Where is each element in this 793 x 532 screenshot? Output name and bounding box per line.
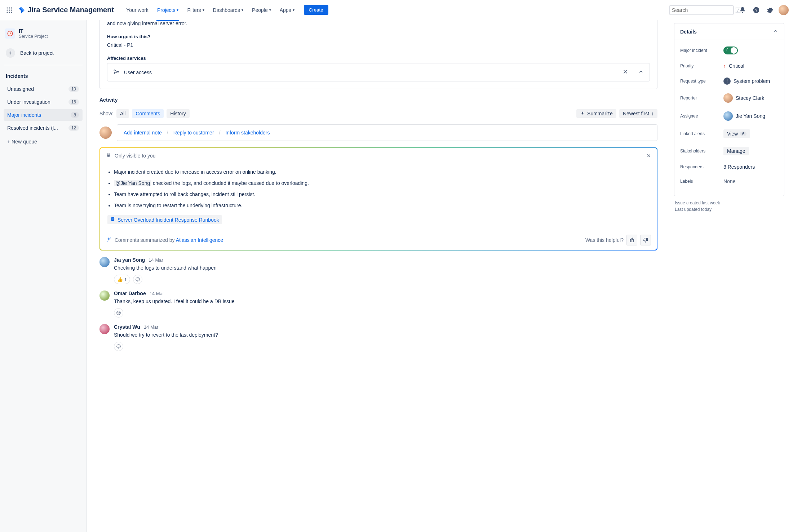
svg-point-32 xyxy=(119,346,119,346)
ai-visibility-label: Only visible to you xyxy=(115,153,156,159)
comment-item: Jia yan Song14 Mar Checking the logs to … xyxy=(99,257,657,284)
major-incident-toggle[interactable] xyxy=(723,46,738,54)
queue-unassigned[interactable]: Unassigned10 xyxy=(4,83,83,95)
reply-bar: Add internal note / Reply to customer / … xyxy=(99,124,657,141)
summarize-button[interactable]: Summarize xyxy=(576,109,616,118)
comment-author: Omar Darboe xyxy=(114,291,146,296)
svg-point-2 xyxy=(11,7,12,8)
settings-icon[interactable] xyxy=(765,5,775,15)
ai-attribution-link[interactable]: Atlassian Intelligence xyxy=(176,237,223,243)
count-badge: 16 xyxy=(68,99,79,105)
inform-stakeholders[interactable]: Inform stakeholders xyxy=(225,130,270,136)
divider xyxy=(4,65,83,65)
nav-filters[interactable]: Filters ▾ xyxy=(183,5,208,15)
add-reaction-button[interactable] xyxy=(133,275,142,284)
nav-dashboards[interactable]: Dashboards ▾ xyxy=(209,5,247,15)
activity-filter-row: Show: All Comments History Summarize New… xyxy=(99,109,657,118)
runbook-link[interactable]: Server Overload Incident Response Runboo… xyxy=(107,215,222,224)
search-input-wrapper[interactable]: / xyxy=(669,5,734,15)
field-reporter[interactable]: Reporter Stacey Clark xyxy=(680,89,778,107)
svg-rect-19 xyxy=(112,218,114,218)
add-internal-note[interactable]: Add internal note xyxy=(124,130,162,136)
help-icon[interactable]: ? xyxy=(751,5,761,15)
sort-newest-first[interactable]: Newest first ↓ xyxy=(619,109,657,118)
profile-avatar[interactable] xyxy=(779,5,789,15)
nav-your-work[interactable]: Your work xyxy=(123,5,152,15)
ai-summary-list: Major incident created due to increase i… xyxy=(110,168,650,209)
product-logo[interactable]: Jira Service Management xyxy=(17,6,114,14)
back-to-project[interactable]: Back to project xyxy=(4,45,83,61)
add-reaction-button[interactable] xyxy=(114,308,123,318)
count-badge: 8 xyxy=(71,112,79,118)
queue-under-investigation[interactable]: Under investigation16 xyxy=(4,96,83,108)
app-switcher-icon[interactable] xyxy=(4,5,14,15)
user-mention[interactable]: @Jie Yan Song xyxy=(114,180,151,186)
comment-avatar xyxy=(99,291,110,301)
field-assignee[interactable]: Assignee Jie Yan Song xyxy=(680,107,778,125)
tab-all[interactable]: All xyxy=(116,109,129,118)
details-header[interactable]: Details xyxy=(674,23,784,40)
urgency-question: How urgent is this? xyxy=(107,34,650,39)
comment-date: 14 Mar xyxy=(149,257,163,263)
linked-alerts-chip[interactable]: View6 xyxy=(723,129,750,138)
new-queue-button[interactable]: + New queue xyxy=(4,135,83,148)
comment-avatar xyxy=(99,324,110,334)
show-label: Show: xyxy=(99,111,114,116)
svg-point-29 xyxy=(119,312,119,312)
chevron-down-icon: ▾ xyxy=(293,8,294,12)
issue-meta: Issue created last week Last updated tod… xyxy=(674,200,784,213)
ai-bullet: Major incident created due to increase i… xyxy=(114,168,650,176)
stakeholders-chip[interactable]: Manage xyxy=(723,147,749,155)
service-graph-icon xyxy=(113,68,120,76)
details-column: Details Major incident Priority ↑Critica… xyxy=(670,20,793,532)
comment-avatar xyxy=(99,257,110,267)
create-button[interactable]: Create xyxy=(304,5,328,15)
chevron-down-icon: ▾ xyxy=(242,8,243,12)
tab-history[interactable]: History xyxy=(167,109,190,118)
field-labels[interactable]: Labels None xyxy=(680,174,778,189)
field-request-type[interactable]: Request type !System problem xyxy=(680,73,778,89)
service-name: User access xyxy=(124,70,618,75)
add-reaction-button[interactable] xyxy=(114,342,123,351)
svg-point-26 xyxy=(138,279,138,279)
ai-summary-panel: Only visible to you ✕ Major incident cre… xyxy=(99,147,657,251)
field-linked-alerts[interactable]: Linked alerts View6 xyxy=(680,125,778,142)
comment-text: Thanks, keep us updated. I feel it could… xyxy=(114,298,657,305)
thumbs-down-button[interactable] xyxy=(640,235,651,245)
nav-apps[interactable]: Apps ▾ xyxy=(276,5,298,15)
comment-author: Jia yan Song xyxy=(114,257,145,263)
reply-box[interactable]: Add internal note / Reply to customer / … xyxy=(117,124,657,141)
svg-point-28 xyxy=(118,312,118,312)
nav-people[interactable]: People ▾ xyxy=(248,5,275,15)
svg-point-6 xyxy=(6,12,8,13)
top-nav: Jira Service Management Your work Projec… xyxy=(0,0,793,20)
sidebar-section-title: Incidents xyxy=(4,70,83,82)
svg-point-30 xyxy=(117,345,121,349)
reaction-chip[interactable]: 👍1 xyxy=(114,275,130,284)
svg-point-7 xyxy=(9,12,10,13)
issue-content: and now giving internal server error. Ho… xyxy=(87,20,670,532)
tab-comments[interactable]: Comments xyxy=(132,109,164,118)
count-badge: 12 xyxy=(68,125,79,131)
field-responders[interactable]: Responders 3 Responders xyxy=(680,160,778,174)
field-priority[interactable]: Priority ↑Critical xyxy=(680,59,778,73)
svg-point-14 xyxy=(114,70,115,71)
field-stakeholders[interactable]: Stakeholders Manage xyxy=(680,142,778,160)
svg-point-15 xyxy=(114,72,115,74)
search-input[interactable] xyxy=(672,7,735,13)
nav-projects[interactable]: Projects ▾ xyxy=(154,5,182,15)
notifications-icon[interactable] xyxy=(737,5,748,15)
queue-resolved-incidents[interactable]: Resolved incidents (l...12 xyxy=(4,122,83,134)
close-icon[interactable]: ✕ xyxy=(647,153,651,159)
project-header[interactable]: IT Service Project xyxy=(4,26,83,43)
thumbs-up-button[interactable] xyxy=(626,235,637,245)
ai-bullet: @Jie Yan Song checked the logs, and conc… xyxy=(114,179,650,187)
reply-to-customer[interactable]: Reply to customer xyxy=(173,130,214,136)
priority-critical-icon: ↑ xyxy=(723,63,726,69)
queue-major-incidents[interactable]: Major incidents8 xyxy=(4,109,83,121)
service-action-icon[interactable] xyxy=(622,68,629,76)
affected-service-row[interactable]: User access xyxy=(107,63,650,81)
chevron-up-icon[interactable] xyxy=(638,69,644,76)
svg-point-27 xyxy=(117,311,121,315)
activity-heading: Activity xyxy=(99,97,657,103)
